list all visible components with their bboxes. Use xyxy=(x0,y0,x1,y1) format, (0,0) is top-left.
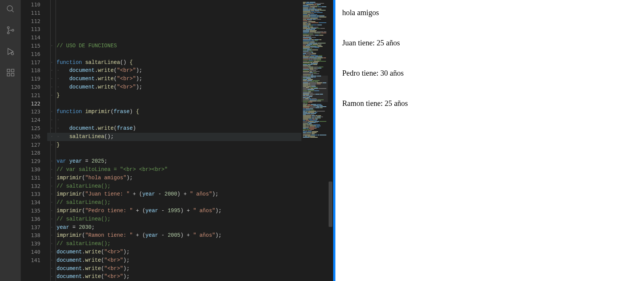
line-number: 134 xyxy=(21,199,40,207)
code-line[interactable]: · var year = 2025; xyxy=(47,157,301,166)
code-line[interactable]: · imprimir("Juan tiene: " + (year - 2000… xyxy=(47,190,301,199)
line-number: 139 xyxy=(21,240,40,248)
line-number: 131 xyxy=(21,174,40,182)
svg-point-2 xyxy=(7,27,9,29)
scrollbar-thumb[interactable] xyxy=(329,182,332,227)
code-content[interactable]: · // USO DE FUNCIONES· function saltarLi… xyxy=(47,0,301,281)
code-line[interactable]: · document.write("<br>"); xyxy=(47,273,301,281)
vertical-scrollbar[interactable] xyxy=(328,0,333,281)
line-number: 136 xyxy=(21,215,40,224)
line-number: 120 xyxy=(21,83,40,92)
code-line[interactable]: · · document.write(frase) xyxy=(47,124,301,133)
output-line: Ramon tiene: 25 años xyxy=(342,98,637,108)
code-line[interactable] xyxy=(47,149,301,157)
code-line[interactable]: · imprimir("Pedro tiene: " + (year - 199… xyxy=(47,207,301,215)
code-line[interactable]: · // saltarLinea(); xyxy=(47,215,301,224)
svg-point-3 xyxy=(7,32,9,34)
line-number: 114 xyxy=(21,34,40,42)
line-number: 124 xyxy=(21,116,40,124)
svg-rect-7 xyxy=(7,69,10,72)
line-number: 133 xyxy=(21,190,40,199)
source-control-icon[interactable] xyxy=(5,25,16,36)
line-number: 115 xyxy=(21,42,40,50)
code-line[interactable]: · } xyxy=(47,92,301,100)
code-line[interactable]: · } xyxy=(47,141,301,149)
svg-point-6 xyxy=(11,53,14,55)
code-line[interactable]: · · document.write("<br>"); xyxy=(47,75,301,83)
code-line[interactable]: · function saltarLinea() { xyxy=(47,59,301,67)
line-number: 128 xyxy=(21,149,40,157)
line-number-gutter: 1101111121131141151161171181191201211221… xyxy=(21,0,47,281)
line-number: 110 xyxy=(21,1,40,9)
line-number: 113 xyxy=(21,25,40,34)
code-line[interactable]: · // var saltoLinea = "<br> <br><br>" xyxy=(47,166,301,174)
code-line[interactable]: · document.write("<br>"); xyxy=(47,265,301,273)
code-line[interactable]: · imprimir("hola amigos"); xyxy=(47,174,301,182)
output-line: Pedro tiene: 30 años xyxy=(342,68,637,78)
code-line[interactable]: · document.write("<br>"); xyxy=(47,248,301,256)
line-number: 119 xyxy=(21,75,40,83)
code-line[interactable]: · · document.write("<br>"); xyxy=(47,83,301,92)
line-number: 140 xyxy=(21,248,40,256)
output-line: Juan tiene: 25 años xyxy=(342,38,637,48)
line-number: 132 xyxy=(21,182,40,191)
output-line: hola amigos xyxy=(342,8,637,17)
svg-rect-9 xyxy=(11,73,14,76)
minimap[interactable] xyxy=(301,0,328,281)
code-line[interactable] xyxy=(47,100,301,108)
extensions-icon[interactable] xyxy=(5,67,16,78)
code-line[interactable]: · · saltarLinea(); xyxy=(47,133,301,141)
line-number: 123 xyxy=(21,108,40,116)
code-line[interactable]: · // saltarLinea(); xyxy=(47,182,301,191)
code-line[interactable] xyxy=(47,34,301,42)
run-debug-icon[interactable] xyxy=(5,46,16,57)
svg-rect-8 xyxy=(7,73,10,76)
code-line[interactable]: · function imprimir(frase) { xyxy=(47,108,301,116)
code-line[interactable]: · year = 2030; xyxy=(47,224,301,232)
code-line[interactable]: · · xyxy=(47,116,301,124)
activity-bar xyxy=(0,0,21,281)
line-number: 137 xyxy=(21,224,40,232)
code-line[interactable] xyxy=(47,50,301,59)
svg-rect-10 xyxy=(11,69,14,72)
svg-point-4 xyxy=(12,29,14,31)
browser-preview-pane: hola amigosJuan tiene: 25 añosPedro tien… xyxy=(335,0,644,281)
code-line[interactable]: · · document.write("<br>"); xyxy=(47,67,301,75)
line-number: 111 xyxy=(21,9,40,17)
svg-marker-5 xyxy=(8,48,13,54)
line-number: 127 xyxy=(21,141,40,149)
line-number: 126 xyxy=(21,133,40,141)
line-number: 129 xyxy=(21,157,40,166)
line-number: 130 xyxy=(21,166,40,174)
minimap-viewport[interactable] xyxy=(301,76,328,102)
line-number: 138 xyxy=(21,231,40,240)
line-number: 141 xyxy=(21,256,40,265)
code-line[interactable]: · // USO DE FUNCIONES xyxy=(47,42,301,50)
line-number: 116 xyxy=(21,50,40,59)
line-number: 135 xyxy=(21,207,40,215)
line-number: 121 xyxy=(21,92,40,100)
code-editor[interactable]: 1101111121131141151161171181191201211221… xyxy=(21,0,333,281)
code-line[interactable]: · // saltarLinea(); xyxy=(47,240,301,248)
code-line[interactable]: · document.write("<br>"); xyxy=(47,256,301,265)
line-number: 118 xyxy=(21,67,40,75)
search-icon[interactable] xyxy=(5,4,16,14)
svg-line-1 xyxy=(12,10,14,12)
code-line[interactable]: · // saltarLinea(); xyxy=(47,199,301,207)
line-number: 122 xyxy=(21,100,40,108)
line-number: 117 xyxy=(21,59,40,67)
line-number: 112 xyxy=(21,17,40,26)
svg-point-0 xyxy=(7,6,12,11)
code-line[interactable]: · imprimir("Ramon tiene: " + (year - 200… xyxy=(47,231,301,240)
line-number: 125 xyxy=(21,124,40,133)
